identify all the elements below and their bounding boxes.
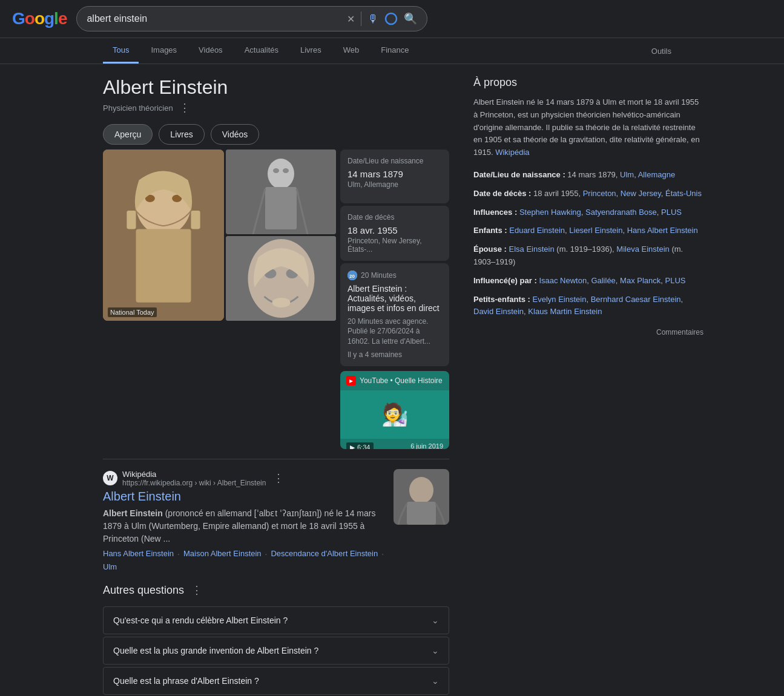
result-thumbnail[interactable] [394, 469, 449, 525]
wikipedia-result: W Wikipédia https://fr.wikipedia.org › w… [103, 469, 449, 571]
result-content: W Wikipédia https://fr.wikipedia.org › w… [103, 469, 386, 571]
einstein-image-main[interactable]: National Today [103, 149, 224, 321]
kp-header: Albert Einstein Physicien théoricien ⋮ A… [103, 76, 449, 145]
news-source-icon: 20 [348, 271, 357, 280]
about-title: À propos [473, 76, 703, 89]
about-row-birth: Date/Lieu de naissance : 14 mars 1879, U… [473, 169, 703, 182]
nav-tabs: Tous Images Vidéos Actualités Livres Web… [0, 38, 784, 64]
result-title[interactable]: Albert Einstein [103, 490, 386, 504]
aq-question-2[interactable]: Quelle est la plus grande invention de A… [104, 637, 449, 664]
kp-tab-apercu[interactable]: Aperçu [103, 124, 153, 145]
yt-thumbnail: 🧑‍🔬 [340, 390, 449, 439]
left-panel: Albert Einstein Physicien théoricien ⋮ A… [103, 76, 449, 696]
yt-footer: ▶6:34 6 juin 2019 [340, 439, 449, 449]
about-row-petits: Petits-enfants : Evelyn Einstein, Bernha… [473, 294, 703, 319]
svg-point-25 [409, 477, 433, 504]
mic-button[interactable]: 🎙 [367, 13, 378, 25]
tab-tous[interactable]: Tous [103, 38, 139, 64]
about-row-influenced: Influencé(e) par : Isaac Newton, Galilée… [473, 275, 703, 287]
yt-duration: ▶6:34 [346, 442, 374, 449]
result-source: W Wikipédia https://fr.wikipedia.org › w… [103, 469, 386, 487]
aq-question-1[interactable]: Qu'est-ce qui a rendu célèbre Albert Ein… [104, 607, 449, 634]
about-evelyn-link[interactable]: Evelyn Einstein [533, 295, 587, 304]
about-plus-2-link[interactable]: PLUS [665, 276, 686, 285]
subtitle-more[interactable]: ⋮ [177, 99, 193, 117]
news-time: Il y a 4 semaines [348, 350, 442, 359]
lens-button[interactable] [384, 12, 398, 25]
einstein-image-bw1[interactable] [226, 149, 336, 234]
einstein-image-bw3[interactable] [226, 236, 336, 321]
image-label-main: National Today [108, 307, 157, 317]
svg-rect-26 [407, 502, 436, 525]
news-card: 20 20 Minutes Albert Einstein : Actualit… [340, 263, 449, 366]
about-row-epouse: Épouse : Elsa Einstein (m. 1919–1936), M… [473, 243, 703, 269]
about-newton-link[interactable]: Isaac Newton [539, 276, 587, 285]
google-logo: Google [12, 9, 67, 28]
tab-web[interactable]: Web [334, 38, 369, 64]
tab-videos[interactable]: Vidéos [189, 38, 232, 64]
result-url: https://fr.wikipedia.org › wiki › Albert… [122, 479, 266, 487]
about-nj-link[interactable]: New Jersey [621, 189, 661, 198]
about-princeton-link[interactable]: Princeton [583, 189, 616, 198]
kp-tab-videos[interactable]: Vidéos [211, 124, 260, 145]
aq-item-2: Quelle est la plus grande invention de A… [103, 637, 449, 665]
tab-actualites[interactable]: Actualités [235, 38, 288, 64]
about-klaus-link[interactable]: Klaus Martin Einstein [528, 307, 602, 316]
result-link-ulm[interactable]: Ulm [103, 562, 117, 571]
aq-item-3: Quelle est la phrase d'Albert Einstein ?… [103, 667, 449, 695]
aq-title: Autres questions [103, 584, 184, 597]
about-galilee-link[interactable]: Galilée [591, 276, 615, 285]
tab-finance[interactable]: Finance [371, 38, 418, 64]
aq-chevron-2: ⌄ [432, 646, 439, 655]
about-bose-link[interactable]: Satyendranath Bose [585, 208, 657, 217]
result-link-maison[interactable]: Maison Albert Einstein [183, 549, 262, 559]
about-bernhard-link[interactable]: Bernhard Caesar Einstein [591, 295, 681, 304]
about-us-link[interactable]: États-Unis [665, 189, 702, 198]
about-lieserl-link[interactable]: Lieserl Einstein [569, 226, 622, 235]
about-david-link[interactable]: David Einstein [473, 307, 524, 316]
media-section: National Today [103, 149, 449, 449]
kp-subtitle: Physicien théoricien ⋮ [103, 99, 259, 117]
about-elsa-link[interactable]: Elsa Einstein [509, 245, 555, 254]
about-hawking-link[interactable]: Stephen Hawking [519, 208, 581, 217]
about-eduard-link[interactable]: Eduard Einstein [509, 226, 565, 235]
about-footer: Commentaires [473, 328, 703, 337]
yt-source: YouTube • Quelle Histoire [360, 376, 443, 385]
about-planck-link[interactable]: Max Planck [620, 276, 660, 285]
tab-images[interactable]: Images [141, 38, 186, 64]
result-links: Hans Albert Einstein · Maison Albert Ein… [103, 549, 386, 571]
svg-point-9 [268, 159, 294, 189]
search-input[interactable] [87, 13, 342, 24]
result-more[interactable]: ⋮ [271, 469, 286, 487]
yt-icon: ▶ [346, 376, 356, 386]
about-plus-1-link[interactable]: PLUS [661, 208, 682, 217]
news-source-name: 20 Minutes [361, 271, 397, 280]
death-info-card: Date de décès 18 avr. 1955 Princeton, Ne… [340, 206, 449, 261]
svg-rect-6 [127, 211, 136, 229]
clear-button[interactable]: ✕ [347, 13, 355, 25]
death-sub: Princeton, New Jersey, États-... [348, 237, 442, 254]
svg-rect-7 [191, 211, 200, 229]
result-link-descendance[interactable]: Descendance d'Albert Einstein [271, 549, 378, 559]
news-title: Albert Einstein : Actualités, vidéos, im… [348, 284, 442, 313]
search-button[interactable]: 🔍 [404, 12, 417, 25]
aq-more[interactable]: ⋮ [189, 581, 205, 599]
svg-rect-10 [265, 187, 297, 229]
about-row-enfants: Enfants : Eduard Einstein, Lieserl Einst… [473, 225, 703, 237]
about-ulm-link[interactable]: Ulm [620, 170, 634, 179]
result-link-hans[interactable]: Hans Albert Einstein [103, 549, 174, 559]
kp-tab-livres[interactable]: Livres [159, 124, 204, 145]
birth-label: Date/Lieu de naissance [348, 157, 442, 165]
about-desc: Albert Einstein né le 14 mars 1879 à Ulm… [473, 96, 703, 159]
image-grid: National Today [103, 149, 338, 449]
youtube-card[interactable]: ▶ YouTube • Quelle Histoire 🧑‍🔬 ▶6:34 6 … [340, 371, 449, 449]
news-source: 20 20 Minutes [348, 271, 442, 280]
about-mileva-link[interactable]: Mileva Einstein [616, 245, 669, 254]
tab-outils[interactable]: Outils [642, 39, 681, 63]
about-wiki-link[interactable]: Wikipédia [495, 148, 529, 157]
about-allemagne-link[interactable]: Allemagne [638, 170, 675, 179]
birth-info-card: Date/Lieu de naissance 14 mars 1879 Ulm,… [340, 149, 449, 203]
tab-livres[interactable]: Livres [291, 38, 331, 64]
aq-question-3[interactable]: Quelle est la phrase d'Albert Einstein ?… [104, 668, 449, 694]
about-hans-link[interactable]: Hans Albert Einstein [627, 226, 698, 235]
